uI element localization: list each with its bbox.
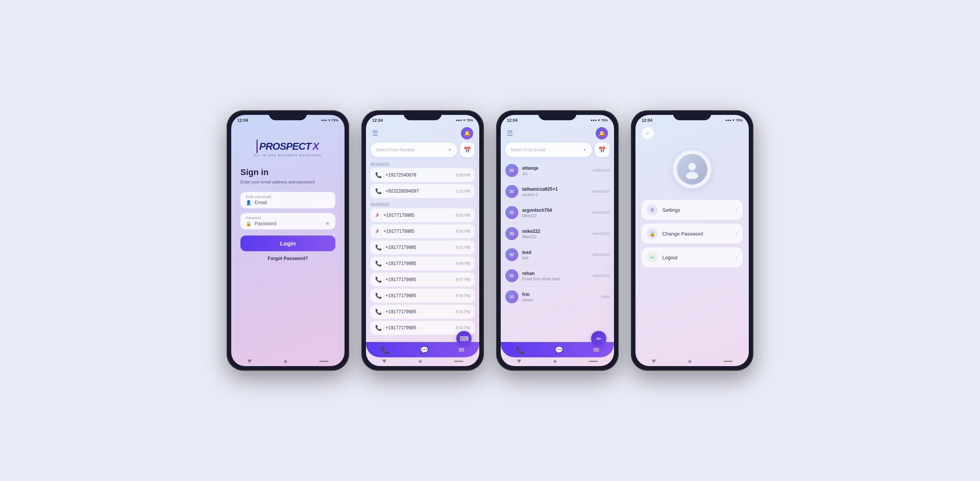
email-row: 👤 Email [246,200,330,205]
bell-button-emails[interactable]: 🔔 [596,127,608,139]
calendar-button-calls[interactable]: 📅 [460,142,475,157]
call-number-5: +19177179985 [385,245,452,250]
calls-screen: 12:04 ●●● ▾ 75% ☰ 🔔 Select From Number ▼… [366,115,479,366]
email-dropdown[interactable]: Select From Email ▼ [505,142,592,157]
bell-button-calls[interactable]: 🔔 [461,127,473,139]
signal-icon-3: ●●● [591,118,597,122]
call-number-10: +19177179985 [385,325,452,330]
call-time-2: 1:16 PM [456,189,470,193]
email-avatar-3: ✉ [505,206,518,219]
call-item-1[interactable]: 📞 +19172540678 6:59 PM [371,168,475,182]
nav-home-4[interactable] [688,360,691,363]
call-item-5[interactable]: 📞 +19177179985 8:53 PM [371,240,475,254]
email-item-5[interactable]: ✉ lead dsd 14/04/2022 [505,244,609,265]
call-time-8: 8:46 PM [456,294,470,298]
nav-recents-3[interactable] [589,361,598,362]
email-item-7[interactable]: ✉ frin werwe 13/04 [505,286,609,308]
logo-sub: ALL IN ONE BUSINESS SOLUTIONS [254,154,322,157]
call-item-7[interactable]: 📞 +19177179985 8:47 PM [371,273,475,286]
email-input-group[interactable]: Enter your email 👤 Email [240,192,335,208]
fab-compose-button[interactable]: ✏ [591,331,606,346]
tab-messages-icon-3[interactable]: 💬 [555,346,563,354]
nav-bar-3 [501,357,614,366]
settings-arrow-icon: › [736,207,737,213]
tab-email-icon-3[interactable]: ✉ [593,346,599,354]
call-number-4: +19177179985 [384,229,452,234]
nav-recents-2[interactable] [454,361,463,362]
call-item-4[interactable]: ✗ +19177179985 8:54 PM [371,224,475,238]
call-item-2[interactable]: 📞 +923228094097 1:16 PM [371,184,475,198]
email-item-3[interactable]: ✉ argontech704 Mike222 25/04/2022 [505,202,609,223]
email-avatar-7: ✉ [505,290,518,303]
status-icons-2: ●●● ▾ 75% [456,118,473,122]
notch-2 [403,110,442,120]
email-item-4[interactable]: ✉ mike222 Mike222 14/04/2022 [505,223,609,244]
tab-email-icon[interactable]: ✉ [459,346,464,354]
wifi-icon-3: ▾ [598,118,600,122]
tab-calls-icon[interactable]: 📞 [381,346,390,354]
logo-area: PROSPECT X ALL IN ONE BUSINESS SOLUTIONS [254,139,322,157]
nav-home[interactable] [284,360,287,363]
nav-back-2[interactable] [382,360,387,363]
number-dropdown[interactable]: Select From Number ▼ [371,142,457,157]
nav-home-3[interactable] [554,360,557,363]
nav-back-3[interactable] [517,360,521,363]
nav-recents[interactable] [319,361,328,362]
chevron-down-icon: ▼ [448,148,452,152]
eye-icon[interactable]: 👁 [325,221,330,226]
call-time-7: 8:47 PM [456,278,470,282]
email-item-1[interactable]: ✉ attasqa Jcc 10/05/2022 [505,160,609,181]
call-in-icon-3: 📞 [375,244,382,250]
calls-list: 05/10/2022 📞 +19172540678 6:59 PM 📞 +923… [366,160,479,342]
password-field[interactable]: Password [255,221,322,226]
change-password-menu-item[interactable]: 🔒 Change Password › [642,224,743,244]
calendar-button-emails[interactable]: 📅 [595,142,609,157]
nav-back[interactable] [247,360,252,363]
menu-icon-emails[interactable]: ☰ [507,129,513,137]
email-date-6: 14/04/2022 [592,274,609,278]
nav-back-4[interactable] [652,360,656,363]
battery-icon-3: 75% [601,118,608,122]
call-in-icon-7: 📞 [375,309,382,315]
forgot-password-link[interactable]: Forgot Password? [268,256,308,261]
call-item-6[interactable]: 📞 +19177179985 8:49 PM [371,257,475,270]
signal-icon-2: ●●● [456,118,462,122]
logout-menu-item[interactable]: ↩ Logout › [642,247,743,267]
email-preview-5: dsd [522,256,588,260]
settings-menu-item[interactable]: ⚙ Settings › [642,200,743,220]
settings-icon: ⚙ [647,205,658,215]
password-row: 🔒 Password 👁 [246,221,330,226]
call-time-9: 8:45 PM [456,310,470,314]
status-time-3: 12:04 [507,118,518,123]
back-button[interactable]: ← [642,127,654,139]
call-item-3[interactable]: ✗ +19177179985 8:55 PM [371,208,475,222]
menu-icon-calls[interactable]: ☰ [372,129,378,137]
profile-avatar-circle [673,150,711,188]
email-preview-7: werwe [522,298,597,302]
call-item-8[interactable]: 📞 +19177179985 8:46 PM [371,289,475,303]
email-field[interactable]: Email [255,200,330,205]
nav-home-2[interactable] [419,360,422,363]
email-date-1: 10/05/2022 [592,169,609,172]
email-item-6[interactable]: ✉ rehan Email from rehan lead 14/04/2022 [505,265,609,286]
email-label: Enter your email [246,195,330,199]
password-input-group[interactable]: Password 🔒 Password 👁 [240,213,335,229]
email-item-2[interactable]: ✉ talhamirza925+1 content 2 09/05/2022 [505,181,609,202]
fab-dial-button[interactable]: ⌨ [456,331,472,346]
call-item-9[interactable]: 📞 +19177179985 8:45 PM [371,305,475,319]
email-info-3: argontech704 Mike222 [522,208,588,218]
login-button[interactable]: Login [240,236,335,251]
notch-1 [269,110,307,120]
nav-recents-4[interactable] [724,361,733,362]
email-list: ✉ attasqa Jcc 10/05/2022 ✉ talhamirza925… [501,160,614,342]
profile-back-area: ← [635,124,749,142]
user-avatar-icon [683,160,702,179]
email-preview-1: Jcc [522,172,588,176]
tab-calls-icon-3[interactable]: 📞 [516,346,524,354]
logout-label: Logout [662,255,731,260]
email-from-3: argontech704 [522,208,588,213]
notch-4 [673,110,711,120]
login-screen: 12:04 ●●● ▾ 75% PROSPECT X ALL IN ONE BU… [231,115,345,366]
date-header-1: 05/10/2022 [371,160,475,168]
tab-messages-icon[interactable]: 💬 [420,346,428,354]
